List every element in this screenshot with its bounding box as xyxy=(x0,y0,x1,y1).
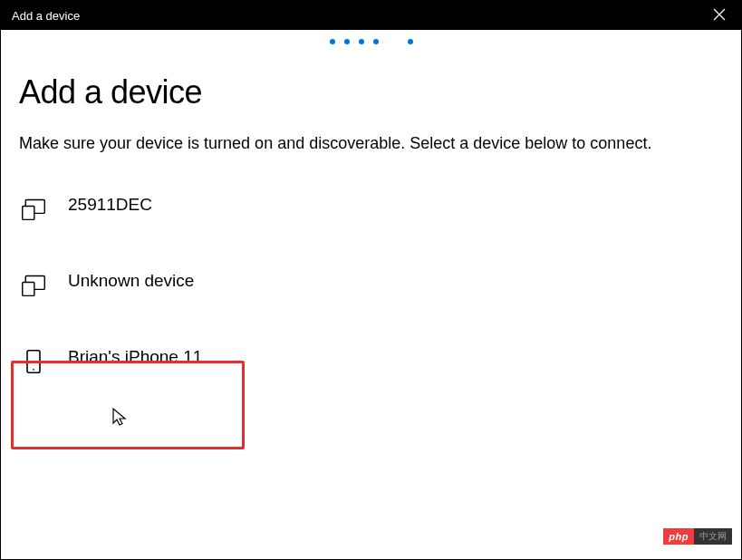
close-button[interactable] xyxy=(701,1,737,30)
svg-rect-3 xyxy=(23,207,34,220)
device-item-unknown[interactable]: Unknown device xyxy=(19,269,723,302)
dot-icon xyxy=(373,39,379,44)
dialog-content: Add a device Make sure your device is tu… xyxy=(1,30,741,396)
cursor-icon xyxy=(111,407,128,430)
window-title: Add a device xyxy=(12,9,80,23)
titlebar: Add a device xyxy=(1,1,741,30)
dot-icon xyxy=(359,39,364,44)
device-label: Brian's iPhone 11 xyxy=(68,347,202,367)
displays-icon xyxy=(19,271,48,300)
device-list: 25911DEC Unknown device Brian's iPhone 1… xyxy=(19,193,723,378)
dot-icon xyxy=(330,39,335,44)
displays-icon xyxy=(19,195,48,224)
device-item-brians-iphone[interactable]: Brian's iPhone 11 xyxy=(19,345,723,378)
dot-icon xyxy=(408,39,413,44)
page-title: Add a device xyxy=(19,73,723,111)
progress-indicator xyxy=(330,39,413,44)
svg-rect-5 xyxy=(23,283,34,296)
device-item-25911dec[interactable]: 25911DEC xyxy=(19,193,723,226)
dot-icon xyxy=(344,39,350,44)
device-label: Unknown device xyxy=(68,271,194,291)
device-label: 25911DEC xyxy=(68,195,152,215)
svg-point-7 xyxy=(33,369,34,371)
watermark-badge: php 中文网 xyxy=(663,528,732,545)
phone-icon xyxy=(19,347,48,376)
close-icon xyxy=(713,8,726,24)
site-badge: 中文网 xyxy=(694,528,732,545)
page-description: Make sure your device is turned on and d… xyxy=(19,131,723,155)
php-badge: php xyxy=(663,528,694,545)
